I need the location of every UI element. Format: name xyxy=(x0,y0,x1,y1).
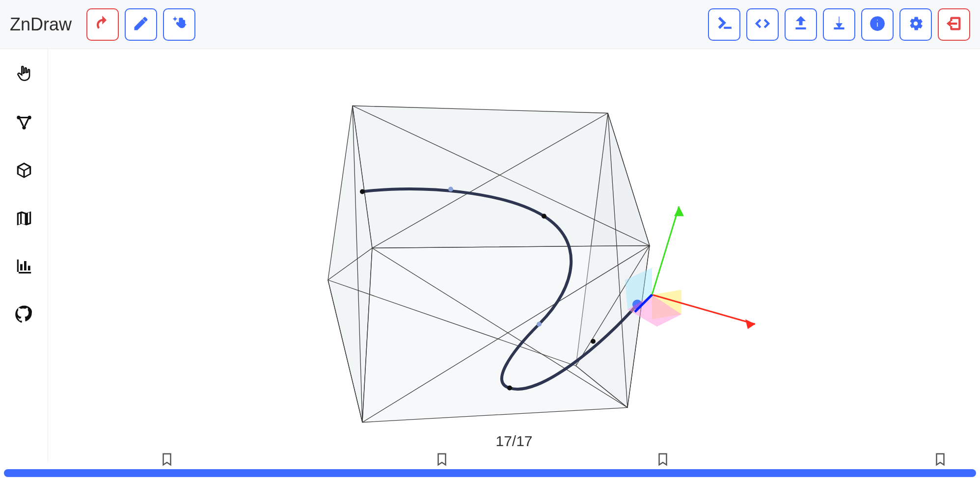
svg-point-21 xyxy=(360,189,365,194)
upload-icon xyxy=(792,15,809,34)
svg-marker-32 xyxy=(745,319,755,329)
viewport-3d[interactable]: 17/17 xyxy=(48,49,980,462)
redo-icon xyxy=(94,15,111,34)
nodes-icon xyxy=(15,113,33,133)
sidebar-chart[interactable] xyxy=(12,255,36,280)
gear-icon xyxy=(907,15,924,34)
reset-button[interactable] xyxy=(86,8,119,41)
bookmark-icon[interactable] xyxy=(933,451,948,468)
sidebar-nodes[interactable] xyxy=(12,111,36,135)
sidebar-cube[interactable] xyxy=(12,159,36,184)
settings-button[interactable] xyxy=(899,8,932,41)
exit-button[interactable] xyxy=(938,8,970,41)
topbar: ZnDraw xyxy=(0,0,980,49)
terminal-icon xyxy=(716,15,733,34)
frame-counter: 17/17 xyxy=(495,433,532,450)
svg-point-5 xyxy=(22,126,26,129)
svg-point-24 xyxy=(537,322,542,327)
info-button[interactable] xyxy=(861,8,894,41)
svg-point-22 xyxy=(448,187,453,192)
progress-bar[interactable] xyxy=(4,469,976,477)
map-icon xyxy=(15,209,33,230)
svg-point-25 xyxy=(507,386,512,391)
cube-icon xyxy=(15,161,33,182)
app-title: ZnDraw xyxy=(10,14,72,35)
pencil-icon xyxy=(133,15,149,34)
svg-point-23 xyxy=(542,214,546,219)
pointer-icon xyxy=(15,65,33,85)
download-button[interactable] xyxy=(823,8,855,41)
edit-button[interactable] xyxy=(125,8,157,41)
sidebar-github[interactable] xyxy=(12,303,36,328)
svg-rect-2 xyxy=(877,19,878,21)
svg-point-26 xyxy=(591,339,596,344)
sidebar xyxy=(0,49,48,462)
upload-button[interactable] xyxy=(785,8,817,41)
bookmark-icon[interactable] xyxy=(160,451,174,468)
hand-sparkle-icon xyxy=(171,15,188,34)
modifier-button[interactable] xyxy=(163,8,195,41)
bookmark-icon[interactable] xyxy=(655,451,670,468)
info-icon xyxy=(869,15,886,34)
scene-render xyxy=(48,49,980,462)
timeline[interactable] xyxy=(0,462,980,478)
github-icon xyxy=(15,305,33,326)
exit-icon xyxy=(946,15,962,34)
bar-chart-icon xyxy=(15,257,33,278)
sidebar-pointer[interactable] xyxy=(12,63,36,87)
sidebar-map[interactable] xyxy=(12,207,36,232)
svg-marker-34 xyxy=(674,207,684,216)
bookmark-icon[interactable] xyxy=(435,451,449,468)
svg-rect-1 xyxy=(877,22,878,27)
svg-line-33 xyxy=(652,207,679,295)
code-icon xyxy=(754,15,771,34)
console-button[interactable] xyxy=(708,8,740,41)
download-icon xyxy=(831,15,847,34)
code-button[interactable] xyxy=(746,8,779,41)
